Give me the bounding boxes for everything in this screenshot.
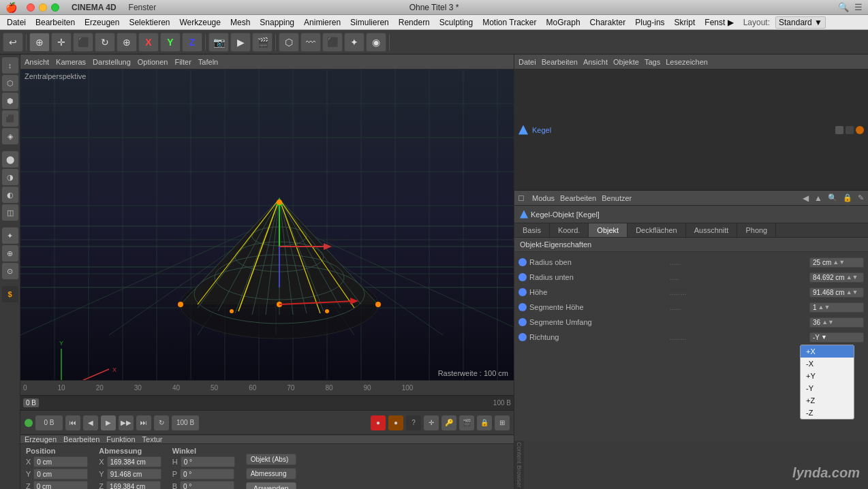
am-lock[interactable]: 🔒 (843, 193, 852, 202)
menu-layout-value[interactable]: Standard ▼ (775, 16, 826, 29)
vp-filter[interactable]: Filter (174, 58, 191, 66)
search-icon[interactable]: 🔍 (838, 2, 849, 12)
dd-item-minusy[interactable]: -Y (801, 382, 854, 394)
tool-scale[interactable]: ⬛ (73, 33, 93, 52)
dd-item-plusx[interactable]: +X (801, 345, 854, 358)
lt-obj5[interactable]: ⬤ (2, 151, 18, 168)
render-region[interactable]: 📷 (208, 33, 229, 52)
menu-selektieren[interactable]: Selektieren (125, 16, 174, 29)
vp-ansicht[interactable]: Ansicht (25, 58, 49, 66)
richtung-dropdown[interactable]: +X -X +Y -Y +Z -Z (800, 345, 854, 420)
axis-x[interactable]: X (138, 33, 159, 52)
om-objekte[interactable]: Objekte (613, 58, 639, 66)
dd-item-minusz[interactable]: -Z (801, 407, 854, 419)
tab-basis[interactable]: Basis (514, 223, 550, 237)
list-icon[interactable]: ☰ (854, 2, 863, 12)
tl-pos-field[interactable]: 0 B (35, 415, 63, 430)
menu-bearbeiten[interactable]: Bearbeiten (31, 16, 79, 29)
bh-erzeugen[interactable]: Erzeugen (25, 435, 57, 443)
view-cube[interactable]: ⬛ (322, 33, 343, 52)
prop-val-1[interactable]: 84.692 cm ▲▼ (809, 272, 864, 283)
objekt-abs-dropdown[interactable]: Objekt (Abs) (246, 454, 296, 465)
om-lesezeichen[interactable]: Lesezeichen (666, 58, 708, 66)
prop-spinner-1[interactable]: ▲▼ (846, 274, 858, 281)
tl-move-key[interactable]: ✛ (424, 415, 439, 430)
om-tags[interactable]: Tags (645, 58, 660, 66)
pos-y-input[interactable]: 0 cm (33, 469, 88, 479)
bh-funktion[interactable]: Funktion (106, 435, 135, 443)
bh-textur[interactable]: Textur (142, 435, 163, 443)
om-ansicht[interactable]: Ansicht (583, 58, 608, 66)
abm-x-input[interactable]: 169.384 cm (107, 456, 161, 467)
vp-kameras[interactable]: Kameras (56, 58, 86, 66)
apple-menu[interactable]: 🍎 (5, 2, 17, 13)
menu-erzeugen[interactable]: Erzeugen (80, 16, 123, 29)
undo-button[interactable]: ↩ (3, 33, 23, 52)
tool-move[interactable]: ✛ (51, 33, 72, 52)
lt-obj9[interactable]: ✦ (2, 227, 18, 244)
lt-move[interactable]: ↕ (2, 57, 18, 74)
menu-plug-ins[interactable]: Plug-ins (631, 16, 668, 29)
am-modus[interactable]: Modus (532, 194, 555, 202)
view-bend[interactable]: 〰 (300, 33, 321, 52)
lt-obj3[interactable]: ⬛ (2, 110, 18, 127)
vp-darstellung[interactable]: Darstellung (93, 58, 131, 66)
tl-loop[interactable]: ↻ (154, 415, 169, 430)
winkel-p-input[interactable]: 0 ° (180, 469, 234, 479)
pos-z-input[interactable]: 0 cm (33, 481, 88, 489)
tl-record2[interactable]: ● (388, 415, 403, 430)
minimize-button[interactable] (39, 3, 47, 12)
tab-koord[interactable]: Koord. (550, 223, 589, 237)
menu-sculpting[interactable]: Sculpting (435, 16, 477, 29)
kegel-object-name[interactable]: Kegel (532, 126, 551, 134)
prop-val-0[interactable]: 25 cm ▲▼ (809, 257, 864, 268)
prop-spinner-2[interactable]: ▲▼ (846, 289, 858, 296)
viewport[interactable]: X Y Z (20, 69, 514, 380)
menu-datei[interactable]: Datei (3, 16, 30, 29)
abm-z-input[interactable]: 169.384 cm (106, 481, 161, 489)
prop-val-4[interactable]: 36 ▲▼ (809, 317, 864, 328)
vp-tafeln[interactable]: Tafeln (198, 58, 218, 66)
lt-obj8[interactable]: ◫ (2, 204, 18, 221)
winkel-b-input[interactable]: 0 ° (180, 481, 234, 489)
menu-fenst[interactable]: Fenst ▶ (700, 16, 737, 29)
menu-snapping[interactable]: Snapping (255, 16, 298, 29)
render-anim[interactable]: 🎬 (252, 33, 273, 52)
tool-rotate[interactable]: ↻ (95, 33, 115, 52)
prop-spinner-4[interactable]: ▲▼ (822, 319, 834, 326)
obj-vis-dot[interactable] (835, 126, 843, 134)
am-bearbeiten[interactable]: Bearbeiten (560, 194, 596, 202)
prop-val-3[interactable]: 1 ▲▼ (809, 302, 864, 313)
menu-werkzeuge[interactable]: Werkzeuge (175, 16, 224, 29)
anwenden-button[interactable]: Anwenden (246, 482, 296, 489)
lt-obj4[interactable]: ◈ (2, 128, 18, 144)
view-material[interactable]: ◉ (366, 33, 386, 52)
render-play[interactable]: ▶ (230, 33, 251, 52)
menu-charakter[interactable]: Charakter (586, 16, 630, 29)
lt-s[interactable]: $ (2, 286, 18, 302)
menu-fenster[interactable]: Fenster (129, 3, 157, 12)
view-persp[interactable]: ⬡ (279, 33, 299, 52)
tool-select[interactable]: ⊕ (29, 33, 50, 52)
dd-item-plusz[interactable]: +Z (801, 394, 854, 407)
tl-lock[interactable]: 🔒 (477, 415, 492, 430)
dd-item-minusx[interactable]: -X (801, 358, 854, 370)
prop-spinner-0[interactable]: ▲▼ (833, 259, 845, 266)
axis-y[interactable]: Y (160, 33, 181, 52)
lt-obj6[interactable]: ◑ (2, 169, 18, 185)
close-button[interactable] (27, 3, 35, 12)
am-search[interactable]: 🔍 (828, 193, 837, 202)
lt-obj2[interactable]: ⬢ (2, 93, 18, 109)
menu-animieren[interactable]: Animieren (300, 16, 345, 29)
axis-z[interactable]: Z (182, 33, 202, 52)
view-light[interactable]: ✦ (344, 33, 365, 52)
tab-ausschnitt[interactable]: Ausschnitt (686, 223, 738, 237)
menu-skript[interactable]: Skript (670, 16, 700, 29)
bh-bearbeiten[interactable]: Bearbeiten (63, 435, 99, 443)
tab-phong[interactable]: Phong (737, 223, 776, 237)
dd-item-plusy[interactable]: +Y (801, 370, 854, 382)
tab-objekt[interactable]: Objekt (589, 223, 627, 237)
am-nav-up[interactable]: ▲ (814, 193, 822, 203)
obj-check[interactable] (846, 126, 854, 134)
tool-plus[interactable]: ⊕ (117, 33, 137, 52)
